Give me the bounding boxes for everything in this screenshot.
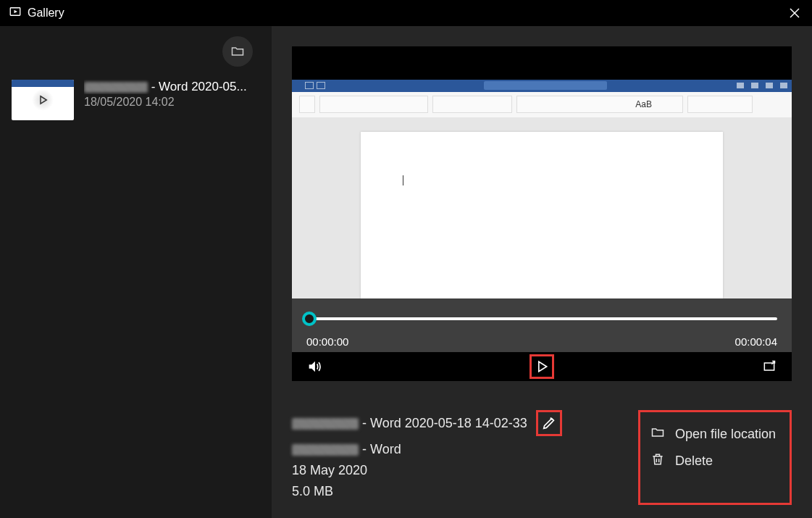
video-content-word-window xyxy=(292,80,792,298)
redacted-text xyxy=(292,444,359,456)
file-actions: Open file location Delete xyxy=(638,410,792,505)
gallery-item[interactable]: - Word 2020-05... 18/05/2020 14:02 xyxy=(12,80,260,120)
app-name: - Word xyxy=(292,442,401,457)
play-button[interactable] xyxy=(530,354,554,379)
file-name: - Word 2020-05-18 14-02-33 xyxy=(292,416,527,431)
window-title: Gallery xyxy=(28,7,64,20)
svg-marker-4 xyxy=(41,96,46,104)
video-player: 00:00:00 00:00:04 xyxy=(292,46,792,381)
svg-marker-1 xyxy=(14,10,18,14)
open-folder-button[interactable] xyxy=(222,36,253,67)
folder-icon xyxy=(650,425,665,443)
open-file-location-button[interactable]: Open file location xyxy=(646,421,784,448)
close-button[interactable] xyxy=(786,4,803,22)
play-head[interactable] xyxy=(302,312,317,326)
volume-button[interactable] xyxy=(305,357,324,376)
delete-label: Delete xyxy=(675,454,713,469)
file-details: - Word 2020-05-18 14-02-33 - Word 18 May… xyxy=(292,410,638,505)
gallery-item-thumbnail xyxy=(12,80,74,120)
title-bar: Gallery xyxy=(0,0,812,26)
svg-rect-7 xyxy=(764,363,774,370)
trash-icon xyxy=(650,452,665,470)
svg-marker-5 xyxy=(309,362,315,372)
main-panel: 00:00:00 00:00:04 xyxy=(272,26,812,518)
video-frame[interactable] xyxy=(292,46,792,298)
file-size: 5.0 MB xyxy=(292,484,333,499)
time-total: 00:00:04 xyxy=(735,335,777,348)
file-date: 18 May 2020 xyxy=(292,463,367,478)
gallery-item-date: 18/05/2020 14:02 xyxy=(84,96,260,109)
delete-button[interactable]: Delete xyxy=(646,448,784,475)
svg-marker-6 xyxy=(539,362,547,371)
time-current: 00:00:00 xyxy=(306,335,348,348)
fullscreen-button[interactable] xyxy=(760,357,779,376)
redacted-text xyxy=(84,82,148,93)
player-controls xyxy=(292,352,792,381)
scrubber[interactable]: 00:00:00 00:00:04 xyxy=(292,298,792,352)
gallery-sidebar: - Word 2020-05... 18/05/2020 14:02 xyxy=(0,26,272,518)
open-file-location-label: Open file location xyxy=(675,427,776,442)
redacted-text xyxy=(292,418,359,430)
gallery-icon xyxy=(9,5,22,21)
gallery-item-title: - Word 2020-05... xyxy=(84,80,260,94)
play-icon xyxy=(32,89,54,111)
rename-button[interactable] xyxy=(536,410,562,436)
